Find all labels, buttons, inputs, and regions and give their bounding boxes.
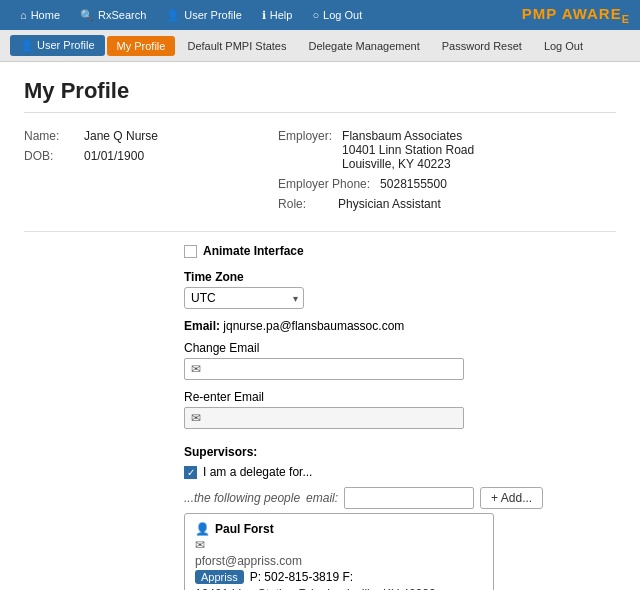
change-email-input[interactable] (205, 362, 457, 376)
brand: PMP AWAREE (522, 5, 630, 25)
contact-email-value: pforst@appriss.com (195, 554, 483, 568)
search-icon: 🔍 (80, 9, 94, 22)
contact-phone: P: 502-815-3819 F: (250, 570, 353, 584)
subnav-user-profile[interactable]: 👤 User Profile (10, 35, 105, 56)
subnav-logout[interactable]: Log Out (534, 36, 593, 56)
role-row: Role: Physician Assistant (278, 197, 474, 211)
employer-phone-value: 5028155500 (380, 177, 447, 191)
supervisors-section: Supervisors: ✓ I am a delegate for... ..… (184, 445, 616, 590)
contact-card: 👤 Paul Forst ✉ pforst@appriss.com Appris… (184, 513, 494, 590)
email-colon: email: (306, 491, 338, 505)
contact-name: 👤 Paul Forst (195, 522, 483, 536)
subnav-my-profile[interactable]: My Profile (107, 36, 176, 56)
envelope-icon (191, 362, 201, 376)
employer-row: Employer: Flansbaum Associates 10401 Lin… (278, 129, 474, 171)
nav-home[interactable]: ⌂ Home (10, 0, 70, 30)
brand-accent: E (611, 5, 622, 22)
nav-help[interactable]: ℹ Help (252, 0, 303, 30)
nav-logout[interactable]: ○ Log Out (302, 0, 372, 30)
profile-info: Name: Jane Q Nurse DOB: 01/01/1900 Emplo… (24, 129, 616, 211)
change-email-label: Change Email (184, 341, 616, 355)
brand-text: PMP AWAR (522, 5, 611, 22)
change-email-input-wrapper (184, 358, 464, 380)
dob-label: DOB: (24, 149, 74, 163)
profile-right: Employer: Flansbaum Associates 10401 Lin… (278, 129, 474, 211)
reenter-email-input[interactable] (205, 411, 457, 425)
sub-nav: 👤 User Profile My Profile Default PMPI S… (0, 30, 640, 62)
delegate-checkbox[interactable]: ✓ (184, 466, 197, 479)
following-text: ...the following people (184, 491, 300, 505)
employer-value: Flansbaum Associates 10401 Linn Station … (342, 129, 474, 171)
animate-label: Animate Interface (203, 244, 304, 258)
email-label: Email: (184, 319, 220, 333)
change-email-group: Change Email (184, 341, 616, 380)
reenter-email-input-wrapper (184, 407, 464, 429)
user-icon-sub: 👤 (20, 39, 37, 51)
reenter-email-label: Re-enter Email (184, 390, 616, 404)
subnav-password-reset[interactable]: Password Reset (432, 36, 532, 56)
subnav-default-pmpi[interactable]: Default PMPI States (177, 36, 296, 56)
help-icon: ℹ (262, 9, 266, 22)
animate-row: Animate Interface (184, 244, 616, 258)
contact-badge: Appriss (195, 570, 244, 584)
brand-subscript: E (622, 13, 630, 25)
supervisors-label: Supervisors: (184, 445, 616, 459)
nav-home-label: Home (31, 9, 60, 21)
timezone-select[interactable]: UTC EST CST MST PST (184, 287, 304, 309)
nav-user-profile-label: User Profile (184, 9, 241, 21)
timezone-select-wrapper: UTC EST CST MST PST ▾ (184, 287, 304, 309)
email-value: jqnurse.pa@flansbaumassoc.com (223, 319, 404, 333)
logout-icon: ○ (312, 9, 319, 21)
contact-phone-line: Appriss P: 502-815-3819 F: (195, 570, 483, 584)
name-label: Name: (24, 129, 74, 143)
user-icon: 👤 (166, 9, 180, 22)
envelope-icon-contact: ✉ (195, 538, 205, 552)
role-value: Physician Assistant (338, 197, 441, 211)
add-button[interactable]: + Add... (480, 487, 543, 509)
delegate-label: I am a delegate for... (203, 465, 312, 479)
dob-value: 01/01/1900 (84, 149, 144, 163)
person-icon: 👤 (195, 522, 210, 536)
animate-checkbox[interactable] (184, 245, 197, 258)
main-content: My Profile Name: Jane Q Nurse DOB: 01/01… (0, 62, 640, 590)
following-row: ...the following people email: + Add... (184, 487, 616, 509)
nav-rxsearch[interactable]: 🔍 RxSearch (70, 0, 156, 30)
email-display: Email: jqnurse.pa@flansbaumassoc.com (184, 319, 616, 333)
nav-help-label: Help (270, 9, 293, 21)
profile-left: Name: Jane Q Nurse DOB: 01/01/1900 (24, 129, 158, 211)
subnav-delegate-mgmt[interactable]: Delegate Management (298, 36, 429, 56)
timezone-label: Time Zone (184, 270, 616, 284)
envelope-icon-2 (191, 411, 201, 425)
page-title: My Profile (24, 78, 616, 113)
name-value: Jane Q Nurse (84, 129, 158, 143)
employer-phone-label: Employer Phone: (278, 177, 370, 191)
home-icon: ⌂ (20, 9, 27, 21)
delegate-row: ✓ I am a delegate for... (184, 465, 616, 479)
dob-row: DOB: 01/01/1900 (24, 149, 158, 163)
timezone-group: Time Zone UTC EST CST MST PST ▾ (184, 270, 616, 309)
nav-user-profile[interactable]: 👤 User Profile (156, 0, 251, 30)
employer-label: Employer: (278, 129, 332, 171)
employer-phone-row: Employer Phone: 5028155500 (278, 177, 474, 191)
role-label: Role: (278, 197, 328, 211)
form-section: Animate Interface Time Zone UTC EST CST … (184, 244, 616, 429)
top-nav: ⌂ Home 🔍 RxSearch 👤 User Profile ℹ Help … (0, 0, 640, 30)
name-row: Name: Jane Q Nurse (24, 129, 158, 143)
divider (24, 231, 616, 232)
nav-logout-label: Log Out (323, 9, 362, 21)
following-email-input[interactable] (344, 487, 474, 509)
reenter-email-group: Re-enter Email (184, 390, 616, 429)
contact-envelope-icon: ✉ (195, 538, 483, 552)
nav-rxsearch-label: RxSearch (98, 9, 146, 21)
